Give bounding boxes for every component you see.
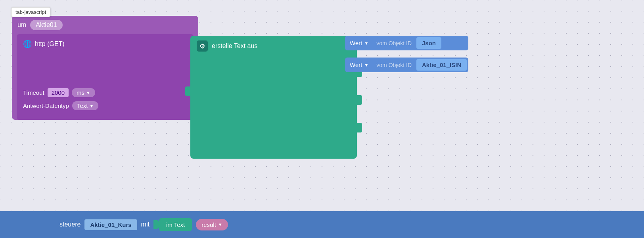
wert-dropdown-1[interactable]: Wert ▼ bbox=[345, 36, 373, 50]
http-block: 🌐 http (GET) Timeout 2000 ms ▼ Antwort-D… bbox=[17, 34, 194, 120]
bottom-bar: steuere Aktie_01_Kurs mit im Text result… bbox=[0, 211, 644, 238]
purple-header-prefix: um bbox=[17, 21, 26, 29]
gear-symbol: ⚙ bbox=[199, 42, 205, 50]
antwort-row: Antwort-Datentyp Text ▼ bbox=[23, 101, 187, 110]
tab-tooltip-text: tab-javascript bbox=[15, 9, 46, 15]
result-dropdown[interactable]: result ▼ bbox=[196, 219, 228, 230]
teal-block-header: ⚙ erstelle Text aus bbox=[190, 36, 357, 56]
wert-id-value-1[interactable]: Json bbox=[416, 37, 441, 49]
result-arrow: ▼ bbox=[218, 222, 222, 227]
wert-dropdown-2[interactable]: Wert ▼ bbox=[345, 58, 373, 71]
teal-right-connector-3 bbox=[356, 123, 362, 132]
result-label: result bbox=[201, 221, 216, 228]
antwort-arrow: ▼ bbox=[89, 104, 94, 108]
wert-row-2: Wert ▼ vom Objekt ID Aktie_01_ISIN bbox=[345, 58, 468, 72]
antwort-label: Antwort-Datentyp bbox=[23, 102, 69, 109]
purple-header: um Aktie01 bbox=[12, 16, 198, 34]
teal-block-label: erstelle Text aus bbox=[212, 42, 257, 50]
block-fields: Timeout 2000 ms ▼ Antwort-Datentyp Text … bbox=[23, 88, 187, 110]
wert-id-value-2[interactable]: Aktie_01_ISIN bbox=[416, 59, 467, 71]
im-text-label: im Text bbox=[166, 221, 185, 228]
teal-connector-group: im Text bbox=[153, 218, 192, 231]
http-label: http (GET) bbox=[35, 40, 65, 48]
wert-arrow-2: ▼ bbox=[364, 63, 368, 67]
timeout-row: Timeout 2000 ms ▼ bbox=[23, 88, 187, 97]
timeout-unit-label: ms bbox=[77, 89, 84, 96]
wert-blocks-container: Wert ▼ vom Objekt ID Json Wert ▼ vom Obj… bbox=[345, 36, 468, 72]
steuere-label: steuere bbox=[59, 221, 80, 228]
wert-label-2: Wert bbox=[350, 61, 362, 68]
aktie-badge[interactable]: Aktie01 bbox=[30, 20, 62, 30]
aktie-kurs-badge[interactable]: Aktie_01_Kurs bbox=[84, 219, 137, 230]
purple-outer-block: um Aktie01 🌐 http (GET) Timeout 2000 ms … bbox=[12, 16, 198, 120]
teal-right-connector-2 bbox=[356, 95, 362, 105]
teal-left-connector bbox=[185, 86, 191, 96]
gear-icon: ⚙ bbox=[197, 40, 208, 52]
timeout-unit-dropdown[interactable]: ms ▼ bbox=[72, 88, 95, 97]
globe-icon: 🌐 bbox=[23, 40, 32, 48]
tab-tooltip: tab-javascript bbox=[11, 7, 50, 17]
timeout-label: Timeout bbox=[23, 89, 44, 96]
timeout-unit-arrow: ▼ bbox=[86, 90, 90, 95]
wert-middle-2: vom Objekt ID bbox=[373, 59, 415, 71]
teal-bump-connector bbox=[153, 220, 159, 229]
wert-middle-1: vom Objekt ID bbox=[373, 37, 415, 50]
wert-label-1: Wert bbox=[350, 40, 362, 46]
antwort-value: Text bbox=[77, 102, 88, 109]
wert-arrow-1: ▼ bbox=[364, 41, 368, 46]
teal-block: ⚙ erstelle Text aus bbox=[190, 36, 357, 159]
timeout-value[interactable]: 2000 bbox=[48, 88, 69, 97]
http-block-header: 🌐 http (GET) bbox=[23, 40, 187, 48]
antwort-dropdown[interactable]: Text ▼ bbox=[72, 101, 98, 110]
mit-label: mit bbox=[141, 221, 150, 228]
im-text-block: im Text bbox=[159, 218, 192, 231]
wert-row-1: Wert ▼ vom Objekt ID Json bbox=[345, 36, 468, 50]
